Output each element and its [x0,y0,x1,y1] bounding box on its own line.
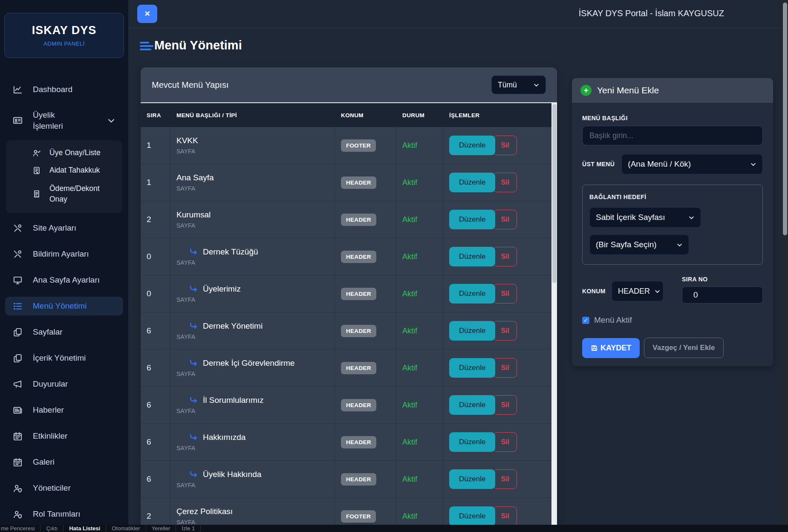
list-icon [13,301,23,311]
sidebar-item-site-ayarlari[interactable]: Site Ayarları [5,219,123,237]
row-title-cell: Dernek Tüzüğü SAYFA [170,238,335,275]
edit-button[interactable]: Düzenle [449,173,495,192]
sidebar-item-duyurular[interactable]: Duyurular [5,375,123,393]
delete-button[interactable]: Sil [493,173,517,192]
submenu-arrow-icon [189,285,198,294]
panel-tab[interactable]: Çıktı [40,525,64,532]
edit-button[interactable]: Düzenle [449,395,495,415]
submenu-arrow-icon [189,248,198,257]
sidebar-item-haberler[interactable]: Haberler [5,401,123,419]
menu-type: SAYFA [176,519,195,525]
delete-button[interactable]: Sil [493,506,517,525]
filter-select[interactable]: Tümü [491,75,546,94]
table-scrollbar-thumb[interactable] [552,104,557,283]
row-title-cell: Üyelerimiz SAYFA [170,275,335,312]
delete-button[interactable]: Sil [493,395,517,415]
row-title-cell: Üyelik Hakkında SAYFA [170,461,335,497]
brand-box: ISKAY DYS ADMIN PANELİ [4,13,124,58]
sidebar-item-dashboard[interactable]: Dashboard [5,80,123,99]
link-target-label: BAĞLANTI HEDEFİ [589,194,756,200]
edit-button[interactable]: Düzenle [449,284,495,304]
sidebar-item-uyelik-islemleri[interactable]: Üyelik İşlemleri [5,106,123,135]
delete-button[interactable]: Sil [493,284,517,304]
sidebar-item-odeme-dekont-onay[interactable]: Ödeme/Dekont Onay [6,181,122,206]
save-button[interactable]: KAYDET [582,338,640,358]
row-title-cell: Ana Sayfa SAYFA [170,164,335,201]
link-target-fieldset: BAĞLANTI HEDEFİ Sabit İçerik Sayfası (Bi… [582,185,763,265]
submenu-arrow-icon [189,359,198,368]
sidebar-item-menu-yonetimi[interactable]: Menü Yönetimi [5,297,123,315]
edit-button[interactable]: Düzenle [449,247,495,266]
pages-icon [13,327,23,337]
delete-button[interactable]: Sil [493,136,517,155]
target-page-select[interactable]: (Bir Sayfa Seçin) [589,234,689,255]
delete-button[interactable]: Sil [493,321,517,341]
chevron-down-icon [688,214,695,221]
column-header: SIRA [141,112,170,119]
location-badge: HEADER [341,251,376,263]
delete-button[interactable]: Sil [493,247,517,266]
membership-submenu: Üye Onay/ListeAidat TahakkukÖdeme/Dekont… [6,140,122,213]
sidebar-item-ana-sayfa-ayarlari[interactable]: Ana Sayfa Ayarları [5,271,123,289]
order-number-input[interactable] [682,286,763,304]
menu-title-input[interactable] [582,126,763,145]
location-badge: FOOTER [341,139,376,152]
panel-tab[interactable]: me Penceresi [0,525,40,532]
menu-type: SAYFA [176,148,195,155]
status-text: Aktif [402,475,417,484]
delete-button[interactable]: Sil [493,432,517,452]
sidebar-close-button[interactable]: ✕ [137,5,157,23]
target-type-select[interactable]: Sabit İçerik Sayfası [589,207,701,228]
edit-button[interactable]: Düzenle [449,469,495,489]
delete-button[interactable]: Sil [493,469,517,489]
menu-title: Üyelik Hakkında [203,470,261,479]
brand-subtitle: ADMIN PANELİ [43,40,85,47]
cancel-button[interactable]: Vazgeç / Yeni Ekle [644,338,723,358]
delete-button[interactable]: Sil [493,358,517,378]
close-icon: ✕ [144,10,150,18]
sidebar-item-uye-onay-liste[interactable]: Üye Onay/Liste [6,146,122,159]
edit-button[interactable]: Düzenle [449,506,495,525]
sidebar-item-label: Site Ayarları [33,223,76,233]
menu-active-checkbox[interactable]: ✓ [582,317,589,324]
location-badge: HEADER [341,362,376,374]
sidebar-item-galeri[interactable]: Galeri [5,453,123,471]
edit-button[interactable]: Düzenle [449,432,495,452]
parent-menu-select[interactable]: (Ana Menü / Kök) [621,154,763,174]
sidebar-item-label: Haberler [33,405,64,415]
panel-tab[interactable]: Yereller [146,525,176,532]
status-text: Aktif [402,252,417,261]
panel-title: Yeni Menü Ekle [597,85,659,95]
sidebar-item-label: Rol Tanımları [33,509,81,519]
edit-button[interactable]: Düzenle [449,358,495,378]
sidebar-item-aidat-tahakkuk[interactable]: Aidat Tahakkuk [6,164,122,177]
edit-button[interactable]: Düzenle [449,136,495,155]
menu-title: Ana Sayfa [176,173,214,182]
plus-circle-icon: + [580,85,592,96]
row-title-cell: KVKK SAYFA [170,127,335,164]
edit-button[interactable]: Düzenle [449,321,495,341]
panel-tab[interactable]: Otomatikler [106,525,146,532]
sidebar-item-label: Duyurular [33,379,68,389]
sidebar-item-bildirim-ayarlari[interactable]: Bildirim Ayarları [5,245,123,263]
sidebar-item-icerik-yonetimi[interactable]: İçerik Yönetimi [5,349,123,367]
chart-line-icon [13,85,23,95]
page-scrollbar-thumb[interactable] [783,3,787,235]
panel-tab[interactable]: Hata Listesi [64,525,106,532]
menu-title: Dernek Tüzüğü [203,247,258,257]
chevron-down-icon [750,161,756,168]
table-row: 1 KVKK SAYFA FOOTER Aktif Düzenle Sil [141,127,551,164]
submenu-arrow-icon [189,322,198,331]
column-header: DURUM [396,112,443,119]
id-card-icon [13,116,23,125]
sidebar-item-etkinlikler[interactable]: Etkinlikler [5,427,123,445]
panel-tab[interactable]: İzle 1 [176,525,201,532]
edit-button[interactable]: Düzenle [449,210,495,229]
brand-title: ISKAY DYS [32,24,97,37]
sidebar-item-rol-tanimlari[interactable]: Rol Tanımları [5,505,123,523]
row-title-cell: Hakkımızda SAYFA [170,424,335,460]
location-select[interactable]: HEADER [612,281,664,301]
sidebar-item-sayfalar[interactable]: Sayfalar [5,323,123,341]
sidebar-item-yoneticiler[interactable]: Yöneticiler [5,479,123,497]
delete-button[interactable]: Sil [493,210,517,229]
